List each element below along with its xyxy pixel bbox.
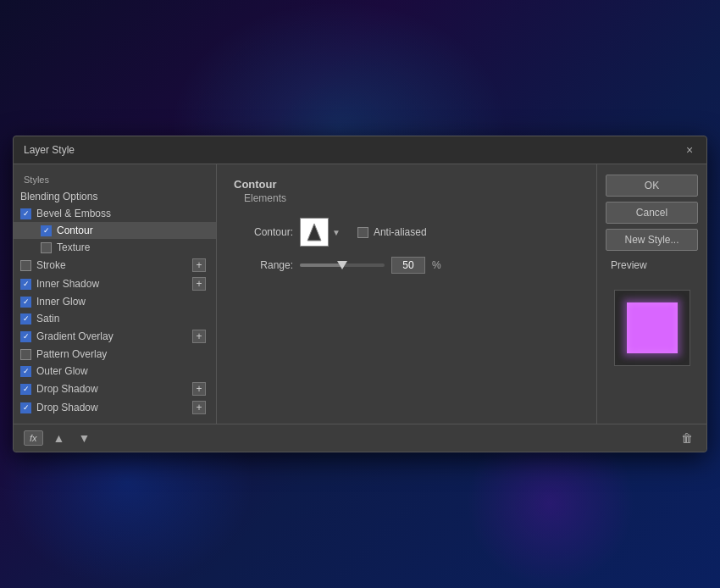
inner-shadow-add-button[interactable]: + — [192, 277, 206, 291]
sidebar-item-inner-glow[interactable]: Inner Glow — [14, 293, 216, 310]
anti-aliased-checkbox[interactable] — [357, 227, 368, 238]
sidebar-item-drop-shadow-2[interactable]: Drop Shadow + — [14, 398, 216, 417]
range-unit-label: % — [432, 259, 441, 271]
preview-row: Preview — [606, 259, 698, 271]
dialog-title: Layer Style — [24, 144, 75, 156]
range-slider-track[interactable] — [300, 263, 385, 267]
texture-checkbox[interactable] — [41, 242, 52, 253]
range-slider-thumb[interactable] — [337, 261, 347, 269]
drop-shadow-2-checkbox[interactable] — [20, 402, 31, 413]
contour-dropdown-arrow-icon[interactable]: ▼ — [332, 228, 341, 237]
gradient-overlay-checkbox[interactable] — [20, 331, 31, 342]
move-up-button[interactable]: ▲ — [50, 430, 69, 447]
sidebar-item-gradient-overlay[interactable]: Gradient Overlay + — [14, 327, 216, 346]
new-style-button[interactable]: New Style... — [606, 229, 698, 251]
main-content: Contour Elements Contour: ▼ Anti-aliased — [217, 164, 596, 424]
contour-shape-icon — [306, 222, 323, 242]
satin-checkbox[interactable] — [20, 313, 31, 325]
contour-row: Contour: ▼ Anti-aliased — [234, 218, 579, 247]
fx-button[interactable]: fx — [24, 430, 43, 446]
sidebar-item-stroke[interactable]: Stroke + — [14, 256, 216, 275]
bottom-bar: fx ▲ ▼ 🗑 — [14, 424, 706, 452]
anti-aliased-label: Anti-aliased — [374, 226, 427, 238]
left-panel: Styles Blending Options Bevel & Emboss C… — [14, 164, 217, 424]
range-row: Range: % — [234, 257, 579, 274]
sidebar-item-outer-glow[interactable]: Outer Glow — [14, 363, 216, 380]
drop-shadow-2-add-button[interactable]: + — [192, 401, 206, 414]
outer-glow-checkbox[interactable] — [20, 366, 31, 377]
section-title: Contour — [234, 178, 579, 191]
range-value-input[interactable] — [391, 257, 425, 274]
sidebar-item-satin[interactable]: Satin — [14, 310, 216, 327]
delete-button[interactable]: 🗑 — [678, 430, 696, 447]
sidebar-item-inner-shadow[interactable]: Inner Shadow + — [14, 275, 216, 293]
blending-options-item[interactable]: Blending Options — [14, 188, 216, 205]
layer-style-dialog: Layer Style × Styles Blending Options Be… — [13, 136, 707, 452]
contour-checkbox[interactable] — [41, 225, 52, 236]
sidebar-item-contour[interactable]: Contour — [14, 222, 216, 239]
sidebar-item-texture[interactable]: Texture — [14, 239, 216, 256]
inner-glow-checkbox[interactable] — [20, 297, 31, 308]
sidebar-item-drop-shadow-1[interactable]: Drop Shadow + — [14, 380, 216, 398]
cancel-button[interactable]: Cancel — [606, 202, 698, 224]
styles-title: Styles — [14, 171, 216, 188]
pattern-overlay-checkbox[interactable] — [20, 349, 31, 360]
preview-box — [614, 290, 690, 366]
svg-marker-0 — [307, 224, 321, 241]
bevel-emboss-checkbox[interactable] — [20, 208, 31, 219]
section-subtitle: Elements — [234, 192, 579, 204]
drop-shadow-1-add-button[interactable]: + — [192, 382, 206, 396]
preview-label: Preview — [611, 259, 647, 271]
right-panel: OK Cancel New Style... Preview — [596, 164, 706, 424]
contour-preview[interactable] — [300, 218, 329, 247]
inner-shadow-checkbox[interactable] — [20, 279, 31, 290]
drop-shadow-1-checkbox[interactable] — [20, 384, 31, 395]
range-label: Range: — [234, 259, 293, 271]
sidebar-item-pattern-overlay[interactable]: Pattern Overlay — [14, 346, 216, 363]
preview-square — [627, 302, 678, 353]
close-button[interactable]: × — [683, 143, 696, 157]
move-down-button[interactable]: ▼ — [75, 430, 93, 447]
contour-label: Contour: — [234, 226, 293, 238]
sidebar-item-bevel-emboss[interactable]: Bevel & Emboss — [14, 205, 216, 222]
range-slider-fill — [300, 263, 342, 267]
stroke-add-button[interactable]: + — [192, 258, 206, 272]
stroke-checkbox[interactable] — [20, 260, 31, 271]
anti-aliased-row: Anti-aliased — [357, 226, 427, 238]
ok-button[interactable]: OK — [606, 175, 698, 197]
title-bar: Layer Style × — [14, 136, 706, 164]
dialog-body: Styles Blending Options Bevel & Emboss C… — [14, 164, 706, 424]
gradient-overlay-add-button[interactable]: + — [192, 330, 206, 343]
